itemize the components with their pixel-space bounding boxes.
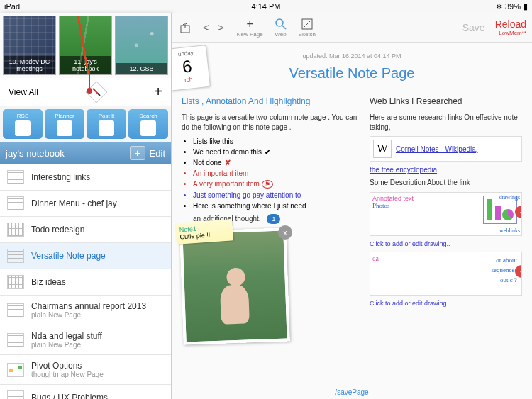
wiki-link-box[interactable]: W Cornell Notes - Wikipedia,: [370, 136, 522, 162]
link-description[interactable]: Some Description About the link: [370, 178, 522, 188]
comment-bubble[interactable]: 1: [267, 214, 280, 224]
share-button[interactable]: [177, 21, 193, 34]
save-button[interactable]: Save: [462, 22, 485, 33]
note-type-icon: [7, 196, 24, 210]
right-column: Web Links I Researched Here are some res…: [370, 96, 522, 343]
news-icon: [15, 120, 31, 136]
photo-image: [179, 227, 289, 344]
sidebar: 10. Modev DC meetings 11. jay's notebook…: [0, 13, 172, 399]
drawing-caption-1[interactable]: Click to add or edit drawing..: [370, 240, 522, 247]
note-item[interactable]: Versatile Note page: [0, 243, 171, 269]
search-icon: [140, 120, 156, 136]
left-heading[interactable]: Lists , Annotation And Highlighting: [182, 96, 361, 108]
drawing-box-1[interactable]: Annotated text Photos drawings weblinks …: [370, 192, 522, 236]
notebook-thumb-12[interactable]: 12. GSB: [115, 16, 168, 75]
note-item[interactable]: Biz ideas: [0, 269, 171, 296]
save-page-link[interactable]: /savePage: [335, 388, 368, 396]
drawing-caption-2[interactable]: Click to add or edit drawing..: [370, 300, 522, 307]
note-item[interactable]: Todo redesign: [0, 217, 171, 243]
close-icon[interactable]: x: [278, 225, 292, 240]
lowmem-label: LowMem**: [495, 30, 526, 36]
note-type-icon: [7, 275, 24, 289]
status-bar: iPad 4:14 PM ✻ 39% ▮: [0, 0, 532, 13]
updated-label: updated: Mar 16,2014 at 04:14 PM: [182, 52, 522, 60]
note-type-icon: [7, 303, 24, 317]
note-type-icon: [7, 333, 24, 347]
notebook-thumb-10[interactable]: 10. Modev DC meetings: [3, 16, 56, 75]
right-intro[interactable]: Here are some research links On effectiv…: [370, 113, 522, 132]
selection-connector: [89, 64, 90, 94]
sketch-button[interactable]: Sketch: [299, 18, 316, 38]
add-notebook-button[interactable]: +: [154, 84, 162, 100]
magnifier-icon: [273, 18, 289, 30]
notebook-thumb-11[interactable]: 11. jay's notebook: [59, 16, 112, 75]
svg-point-1: [276, 19, 283, 26]
plus-icon: +: [242, 18, 257, 30]
bullet-list[interactable]: Lists like thisWe need to demo thisNot d…: [182, 136, 361, 211]
content-area: < > +New Page Web Sketch Save Reload Low…: [172, 13, 532, 399]
note-item[interactable]: Dinner Menu - chef jay: [0, 191, 171, 217]
postit-tool[interactable]: Post It: [87, 109, 126, 139]
wiki-link-2[interactable]: the free encyclopedia: [370, 166, 522, 174]
reload-button[interactable]: Reload: [495, 18, 526, 30]
drawing-box-2[interactable]: ea or about sequences out c ? -: [370, 252, 522, 296]
note-item[interactable]: Chairmans annual report 2013plain New Pa…: [0, 296, 171, 325]
tool-row: RSS Planner Post It Search: [0, 106, 171, 142]
add-note-button[interactable]: +: [130, 146, 145, 160]
calendar-widget[interactable]: unday 6 rch: [172, 45, 211, 91]
note-type-icon: [7, 170, 24, 184]
nav-arrows[interactable]: < >: [203, 21, 227, 33]
edit-notes-button[interactable]: Edit: [150, 148, 165, 159]
note-item[interactable]: Nda and legal stuffplain New Page: [0, 325, 171, 355]
web-button[interactable]: Web: [273, 18, 289, 38]
note-item[interactable]: Pivot Optionsthoughtmap New Page: [0, 355, 171, 385]
page-title[interactable]: Versatile Note Page: [233, 65, 471, 86]
share-icon: [177, 21, 193, 34]
planner-icon: [57, 120, 72, 136]
delete-drawing-icon[interactable]: -: [515, 206, 522, 218]
view-all-button[interactable]: View All: [9, 87, 38, 97]
note-type-icon: [7, 363, 24, 377]
notebook-title: jay's notebook: [6, 148, 65, 159]
note-page: unday 6 rch updated: Mar 16,2014 at 04:1…: [172, 43, 532, 350]
top-toolbar: < > +New Page Web Sketch Save Reload Low…: [172, 13, 532, 43]
notebook-thumbnails: 10. Modev DC meetings 11. jay's notebook…: [0, 13, 171, 78]
bluetooth-icon: ✻: [496, 2, 502, 11]
note-type-icon: [7, 390, 24, 399]
pencil-icon: [299, 18, 315, 30]
note-type-icon: [7, 249, 24, 263]
search-tool[interactable]: Search: [128, 109, 168, 139]
battery-label: 39%: [505, 2, 521, 11]
sticky-note[interactable]: Note1 Cutie pie !!: [175, 219, 233, 245]
note-type-icon: [7, 223, 24, 237]
note-item[interactable]: Bugs / UX Problems: [0, 385, 171, 399]
right-heading[interactable]: Web Links I Researched: [370, 96, 522, 108]
wikipedia-icon: W: [373, 140, 392, 158]
photo-attachment[interactable]: x Note1 Cutie pie !!: [182, 230, 288, 343]
note-list[interactable]: Interesting linksDinner Menu - chef jayT…: [0, 164, 171, 399]
left-column: Lists , Annotation And Highlighting This…: [182, 96, 361, 343]
note-item[interactable]: Interesting links: [0, 164, 171, 191]
rss-tool[interactable]: RSS: [3, 109, 43, 139]
left-intro[interactable]: This page is a versatile two-column note…: [182, 113, 361, 132]
planner-tool[interactable]: Planner: [45, 109, 84, 139]
notebook-header: jay's notebook + Edit: [0, 142, 171, 164]
postit-icon: [99, 120, 114, 136]
clock: 4:14 PM: [252, 2, 281, 11]
new-page-button[interactable]: +New Page: [237, 18, 263, 38]
battery-icon: ▮: [523, 2, 528, 11]
device-label: iPad: [4, 2, 20, 11]
delete-drawing-icon-2[interactable]: -: [515, 265, 522, 278]
